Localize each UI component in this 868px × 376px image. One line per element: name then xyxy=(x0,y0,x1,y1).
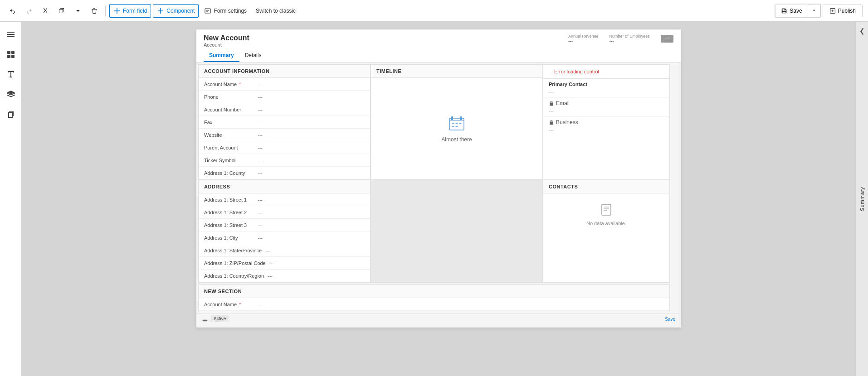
field-street3: Address 1: Street 3 --- xyxy=(199,219,370,231)
tab-details[interactable]: Details xyxy=(239,49,267,62)
lock-icon xyxy=(549,101,554,106)
save-group: Save xyxy=(775,4,820,18)
no-data-icon xyxy=(599,202,614,217)
primary-contact-row: Primary Contact --- xyxy=(543,78,669,97)
almost-there-text: Almost there xyxy=(441,136,472,143)
timeline-placeholder: Almost there xyxy=(430,78,483,179)
field-street2: Address 1: Street 2 --- xyxy=(199,206,370,219)
timeline-section: Timeline Almost there xyxy=(371,64,543,180)
no-data-placeholder: No data available. xyxy=(543,193,669,235)
sidebar-menu-icon[interactable] xyxy=(2,25,20,43)
sidebar-text-icon[interactable] xyxy=(2,65,20,83)
form-settings-button[interactable]: Form settings xyxy=(200,5,250,17)
right-sidebar-label[interactable]: Summary xyxy=(859,183,865,215)
form-header: New Account Account Annual Revenue --- N… xyxy=(196,29,681,63)
email-row: Email --- xyxy=(543,97,669,116)
field-account-name: Account Name * --- xyxy=(199,78,370,91)
svg-rect-7 xyxy=(451,116,453,120)
svg-rect-9 xyxy=(602,204,611,215)
svg-rect-4 xyxy=(7,55,10,58)
dropdown-button[interactable] xyxy=(71,5,85,17)
svg-rect-0 xyxy=(205,9,210,13)
save-dropdown-button[interactable] xyxy=(808,4,820,17)
contacts-section-header: CONTACTS xyxy=(543,180,669,193)
redo-button[interactable] xyxy=(22,5,36,17)
annual-revenue-field: Annual Revenue --- xyxy=(568,34,599,43)
form-canvas: New Account Account Annual Revenue --- N… xyxy=(196,29,681,328)
svg-rect-10 xyxy=(203,319,208,321)
svg-rect-8 xyxy=(460,116,462,120)
header-action-button[interactable]: ··· xyxy=(661,35,673,43)
timeline-header: Timeline xyxy=(371,65,542,78)
field-website: Website --- xyxy=(199,129,370,141)
error-loading-text[interactable]: Error loading control xyxy=(549,65,605,78)
main-toolbar: Form field Component Form settings Switc… xyxy=(0,0,868,22)
tab-summary[interactable]: Summary xyxy=(204,49,239,62)
field-address-county: Address 1: County --- xyxy=(199,167,370,179)
form-tabs: Summary Details xyxy=(204,49,673,62)
publish-button[interactable]: Publish xyxy=(823,5,863,17)
active-badge: Active xyxy=(211,315,229,322)
business-lock-icon xyxy=(549,120,554,125)
close-sidebar-button[interactable]: ❮ xyxy=(859,27,865,34)
main-layout: New Account Account Annual Revenue --- N… xyxy=(0,22,868,376)
field-zip: Address 1: ZIP/Postal Code --- xyxy=(199,257,370,270)
add-form-field-button[interactable]: Form field xyxy=(109,4,151,18)
svg-rect-3 xyxy=(11,51,15,54)
status-icon xyxy=(202,316,208,322)
undo-button[interactable] xyxy=(5,5,20,17)
sidebar-copy-icon[interactable] xyxy=(2,105,20,123)
new-section-header: New Section xyxy=(199,285,669,298)
address-section: ADDRESS Address 1: Street 1 --- Address … xyxy=(198,180,371,283)
divider-1 xyxy=(105,5,106,16)
form-body: ACCOUNT INFORMATION Account Name * --- P… xyxy=(196,63,681,313)
save-button[interactable]: Save xyxy=(775,5,808,17)
delete-button[interactable] xyxy=(87,5,102,17)
form-save-link[interactable]: Save xyxy=(665,317,675,322)
form-title: New Account xyxy=(204,34,249,42)
new-section: New Section Account Name * --- xyxy=(198,284,670,311)
form-subtitle: Account xyxy=(204,42,249,48)
field-country: Address 1: Country/Region --- xyxy=(199,270,370,282)
sidebar-grid-icon[interactable] xyxy=(2,45,20,63)
header-fields: Annual Revenue --- Number of Employees -… xyxy=(568,34,673,47)
left-sidebar xyxy=(0,22,22,376)
cut-button[interactable] xyxy=(38,5,53,17)
canvas-area[interactable]: New Account Account Annual Revenue --- N… xyxy=(22,22,855,376)
field-phone: Phone --- xyxy=(199,91,370,103)
field-fax: Fax --- xyxy=(199,116,370,129)
right-sidebar: ❮ Summary xyxy=(855,22,868,376)
field-account-number: Account Number --- xyxy=(199,103,370,116)
form-status-bar: Active Save xyxy=(196,313,681,324)
account-section-header: ACCOUNT INFORMATION xyxy=(199,65,370,78)
form-status-left: Active xyxy=(202,315,229,322)
copy-button[interactable] xyxy=(54,5,69,17)
business-row: Business --- xyxy=(543,116,669,135)
address-map-placeholder xyxy=(371,180,543,283)
field-parent-account: Parent Account --- xyxy=(199,141,370,154)
svg-rect-5 xyxy=(11,55,15,58)
field-street1: Address 1: Street 1 --- xyxy=(199,193,370,206)
form-status-right: Save xyxy=(665,316,675,322)
address-section-header: ADDRESS xyxy=(199,180,370,193)
new-section-account-name: Account Name * --- xyxy=(199,298,669,311)
add-component-button[interactable]: Component xyxy=(153,4,199,18)
right-contact-section: Error loading control Primary Contact --… xyxy=(543,64,670,180)
svg-rect-2 xyxy=(7,51,10,54)
account-info-section: ACCOUNT INFORMATION Account Name * --- P… xyxy=(198,64,371,180)
num-employees-field: Number of Employees --- xyxy=(610,34,650,43)
almost-there-icon xyxy=(448,115,466,133)
field-ticker-symbol: Ticker Symbol --- xyxy=(199,154,370,167)
field-state: Address 1: State/Province --- xyxy=(199,244,370,257)
toolbar-right: Save Publish xyxy=(775,4,863,18)
field-city: Address 1: City --- xyxy=(199,231,370,244)
close-sidebar-area: ❮ xyxy=(856,25,868,36)
switch-classic-button[interactable]: Switch to classic xyxy=(252,5,299,17)
contacts-section: CONTACTS No data available. xyxy=(543,180,670,283)
sidebar-layers-icon[interactable] xyxy=(2,85,20,103)
